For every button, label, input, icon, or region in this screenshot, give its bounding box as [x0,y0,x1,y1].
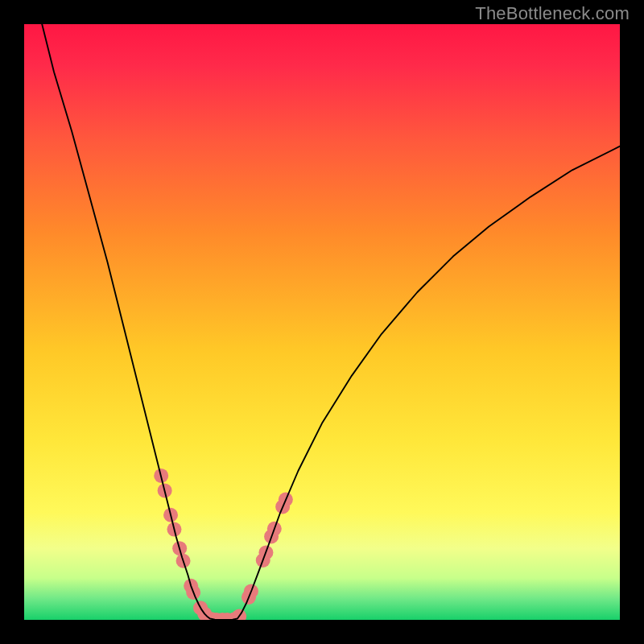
marker-dot [232,609,246,620]
plot-area [24,24,620,620]
marker-group [154,469,293,620]
bottleneck-curve [42,24,620,620]
curve-layer [24,24,620,620]
watermark-text: TheBottleneck.com [475,3,630,24]
chart-frame: TheBottleneck.com [0,0,644,644]
